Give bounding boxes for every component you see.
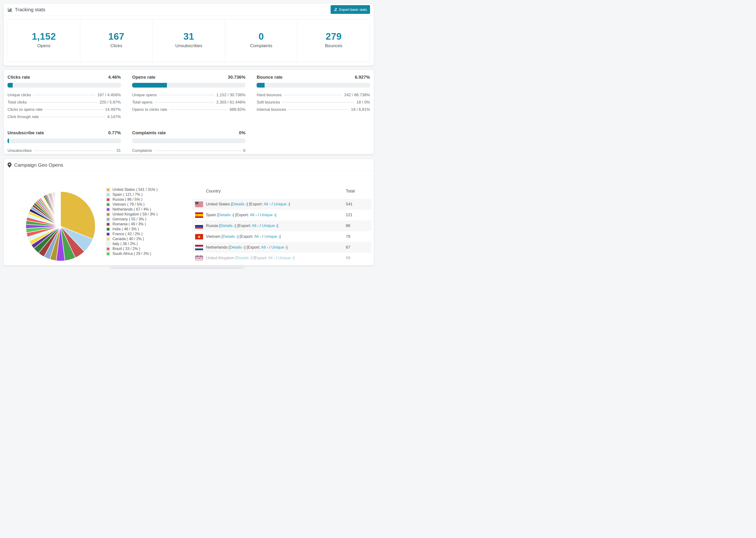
export-unique-link[interactable]: Unique › — [260, 213, 275, 217]
details-link[interactable]: Details › — [232, 202, 247, 206]
legend-swatch — [106, 218, 110, 221]
rate-value: 4.46% — [108, 75, 121, 80]
export-all-link[interactable]: All › — [268, 256, 275, 260]
details-link[interactable]: Details › — [223, 234, 237, 239]
dotted-leader — [155, 102, 214, 103]
export-basic-stats-button[interactable]: Export basic stats — [331, 5, 370, 14]
export-icon — [334, 7, 337, 12]
rate-title: Complaints rate — [132, 130, 166, 135]
rate-detail-label: Complaints — [132, 148, 152, 153]
bracket: ] — [287, 245, 288, 249]
total-cell: 59 — [346, 256, 371, 260]
legend-swatch — [106, 223, 110, 226]
legend-label: United Kingdom ( 59 / 3% ) — [112, 213, 158, 216]
separator: / — [270, 202, 274, 206]
total-cell: 86 — [346, 224, 371, 228]
progress-track — [8, 138, 121, 143]
export-all-link[interactable]: All › — [252, 224, 259, 228]
rate-detail-value: 4.147% — [107, 115, 121, 119]
summary-stat-bounces: 279Bounces — [297, 20, 370, 62]
details-link[interactable]: Details › — [218, 213, 233, 217]
total-cell: 79 — [346, 234, 371, 239]
stat-value: 0 — [225, 31, 297, 42]
rate-detail-label: Total clicks — [8, 100, 27, 105]
legend-item: Brazil ( 33 / 2% ) — [106, 247, 158, 251]
geo-body: United States ( 541 / 31% )Spain ( 121 /… — [4, 171, 374, 265]
export-all-link[interactable]: All › — [261, 245, 268, 249]
rate-detail-row: Internal bounces19 / 6.81% — [257, 107, 370, 112]
stat-value: 167 — [80, 31, 153, 42]
rate-detail-label: Unique opens — [132, 93, 157, 97]
export-all-link[interactable]: All › — [254, 234, 261, 239]
progress-track — [257, 83, 370, 87]
stat-label: Clicks — [80, 43, 153, 48]
dotted-leader — [34, 150, 114, 151]
progress-fill — [8, 83, 13, 87]
geo-country-table: Country Total United States [Details ›] … — [192, 187, 371, 265]
country-name: United States — [206, 202, 230, 206]
rate-detail-row: Total opens2,303 / 61.446% — [132, 100, 245, 105]
rate-title: Opens rate — [132, 75, 155, 80]
legend-item: France ( 42 / 2% ) — [106, 232, 158, 236]
country-name: United Kingdom — [206, 256, 234, 260]
bracket: ] — [289, 202, 290, 206]
legend-item: United States ( 541 / 31% ) — [106, 188, 158, 191]
export-text: ] [Export: — [251, 256, 268, 260]
bracket: ] — [279, 234, 281, 239]
legend-item: Russia ( 86 / 5% ) — [106, 198, 158, 201]
total-cell: 67 — [346, 245, 371, 250]
rate-title: Unsubscribe rate — [8, 130, 44, 135]
country-cell: Russia [Details ›] [Export: All › / Uniq… — [206, 224, 346, 228]
rate-detail-label: Internal bounces — [257, 107, 286, 112]
separator: / — [268, 245, 271, 249]
legend-label: Italy ( 36 / 2% ) — [112, 242, 138, 246]
rate-value: 30.736% — [228, 75, 245, 80]
legend-label: Russia ( 86 / 5% ) — [112, 198, 142, 201]
details-link[interactable]: Details › — [230, 245, 244, 249]
rate-detail-label: Unique clicks — [8, 93, 31, 97]
legend-label: India ( 46 / 3% ) — [112, 228, 139, 231]
separator: / — [261, 234, 264, 239]
legend-label: France ( 42 / 2% ) — [112, 232, 142, 236]
country-row-vn: Vietnam [Details ›] [Export: All › / Uni… — [192, 231, 371, 242]
export-all-link[interactable]: All › — [264, 202, 270, 206]
legend-label: Canada ( 40 / 2% ) — [112, 237, 144, 241]
legend-swatch — [106, 213, 110, 216]
export-unique-link[interactable]: Unique › — [271, 245, 287, 249]
dotted-leader — [159, 95, 214, 95]
rates-card: Clicks rate4.46%Unique clicks167 / 4.456… — [4, 70, 374, 154]
details-link[interactable]: Details › — [237, 256, 251, 260]
rate-detail-value: 167 / 4.456% — [97, 93, 121, 97]
export-unique-link[interactable]: Unique › — [262, 224, 277, 228]
rate-panel-4: Complaints rate0%Complaints0 — [132, 130, 245, 156]
country-row-ru: Russia [Details ›] [Export: All › / Uniq… — [192, 220, 371, 231]
nl-flag-icon — [195, 245, 203, 250]
legend-label: Germany ( 55 / 3% ) — [112, 218, 146, 221]
stat-value: 279 — [297, 31, 370, 42]
rate-detail-label: Total opens — [132, 100, 153, 105]
export-text: ] [Export: — [233, 213, 250, 217]
summary-stat-clicks: 167Clicks — [80, 20, 153, 62]
rate-detail-value: 18 / 0% — [356, 100, 370, 105]
bracket: ] — [275, 213, 276, 217]
dotted-leader — [154, 150, 241, 151]
dotted-leader — [289, 109, 349, 110]
dotted-leader — [33, 95, 95, 95]
export-unique-link[interactable]: Unique › — [274, 202, 289, 206]
rate-detail-label: Unsubscribes — [8, 148, 32, 153]
campaign-geo-opens-card: Campaign Geo Opens United States ( 541 /… — [4, 159, 374, 265]
country-row-nl: Netherlands [Details ›] [Export: All › /… — [192, 242, 371, 253]
export-all-link[interactable]: All › — [250, 213, 257, 217]
export-unique-link[interactable]: Unique › — [278, 256, 293, 260]
export-text: ] [Export: — [237, 234, 254, 239]
geo-opens-pie-chart[interactable] — [26, 191, 96, 261]
export-unique-link[interactable]: Unique › — [264, 234, 279, 239]
progress-fill — [8, 138, 9, 143]
legend-label: South Africa ( 29 / 2% ) — [112, 252, 151, 256]
legend-swatch — [106, 188, 110, 191]
total-cell: 541 — [346, 202, 371, 207]
rate-detail-label: Soft bounces — [257, 100, 280, 105]
rate-panel-header: Unsubscribe rate0.77% — [8, 130, 121, 135]
details-link[interactable]: Details › — [220, 224, 235, 228]
dotted-leader — [41, 117, 105, 117]
